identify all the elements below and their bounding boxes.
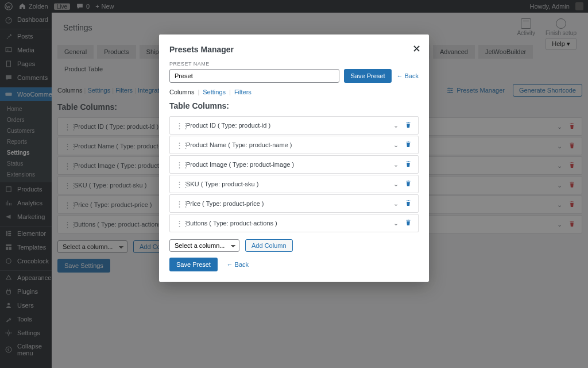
drag-handle-icon[interactable]: ⋮⋮ (176, 160, 183, 169)
table-column-row: ⋮⋮Price ( Type: product-price )⌄ (169, 194, 419, 213)
modal-subnav-settings[interactable]: Settings (203, 89, 226, 95)
table-column-row: ⋮⋮Buttons ( Type: product-actions )⌄ (169, 214, 419, 232)
column-label: Product Image ( Type: product-image ) (186, 161, 294, 168)
drag-handle-icon[interactable]: ⋮⋮ (176, 141, 183, 150)
modal-section-title: Table Columns: (169, 99, 419, 115)
drag-handle-icon[interactable]: ⋮⋮ (176, 200, 183, 208)
preset-name-label: PRESET NAME (169, 61, 419, 67)
trash-icon[interactable] (404, 199, 412, 208)
chevron-down-icon[interactable]: ⌄ (393, 200, 399, 208)
drag-handle-icon[interactable]: ⋮⋮ (176, 219, 183, 228)
chevron-down-icon[interactable]: ⌄ (393, 181, 399, 188)
chevron-down-icon[interactable]: ⌄ (393, 220, 399, 227)
modal-title: Presets Manager (169, 45, 419, 54)
table-column-row: ⋮⋮Product Name ( Type: product-name )⌄ (169, 136, 419, 154)
column-label: Product ID ( Type: product-id ) (186, 122, 270, 129)
column-label: Buttons ( Type: product-actions ) (186, 220, 277, 227)
trash-icon[interactable] (404, 218, 412, 228)
presets-manager-modal: ✕ Presets Manager PRESET NAME Save Prese… (159, 34, 429, 282)
trash-icon[interactable] (404, 179, 412, 189)
back-link[interactable]: ← Back (396, 72, 419, 79)
drag-handle-icon[interactable]: ⋮⋮ (176, 180, 183, 189)
modal-subnav: Columns | Settings | Filters (169, 89, 419, 95)
trash-icon[interactable] (404, 121, 412, 130)
modal-back-link[interactable]: ← Back (227, 261, 249, 268)
column-label: Price ( Type: product-price ) (186, 200, 264, 207)
chevron-down-icon[interactable]: ⌄ (393, 122, 399, 129)
chevron-down-icon[interactable]: ⌄ (393, 141, 399, 149)
column-label: Product Name ( Type: product-name ) (186, 141, 292, 148)
chevron-down-icon[interactable]: ⌄ (393, 161, 399, 168)
table-column-row: ⋮⋮Product ID ( Type: product-id )⌄ (169, 116, 419, 135)
close-icon[interactable]: ✕ (412, 43, 421, 55)
drag-handle-icon[interactable]: ⋮⋮ (176, 121, 183, 130)
table-column-row: ⋮⋮Product Image ( Type: product-image )⌄ (169, 155, 419, 174)
trash-icon[interactable] (404, 140, 412, 150)
table-column-row: ⋮⋮SKU ( Type: product-sku )⌄ (169, 175, 419, 193)
save-preset-button[interactable]: Save Preset (344, 69, 392, 83)
column-label: SKU ( Type: product-sku ) (186, 181, 258, 187)
modal-overlay[interactable]: ✕ Presets Manager PRESET NAME Save Prese… (0, 0, 588, 368)
trash-icon[interactable] (404, 160, 412, 169)
modal-subnav-columns[interactable]: Columns (169, 89, 194, 95)
modal-subnav-filters[interactable]: Filters (234, 89, 252, 95)
modal-save-preset-button[interactable]: Save Preset (169, 258, 218, 271)
modal-column-select[interactable]: Select a column... (169, 239, 239, 252)
preset-name-input[interactable] (169, 69, 339, 83)
modal-add-column-button[interactable]: Add Column (245, 239, 293, 252)
